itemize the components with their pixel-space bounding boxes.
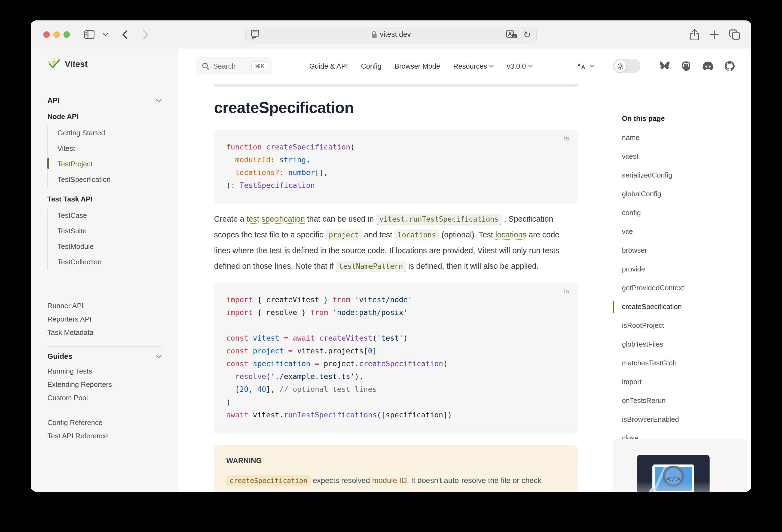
- page-title: createSpecification: [214, 99, 578, 116]
- sidebar-item[interactable]: Reporters API: [47, 313, 178, 326]
- sidebar-item[interactable]: TestSuite: [48, 223, 178, 239]
- sidebar-item[interactable]: Custom Pool: [47, 391, 178, 404]
- sidebar-section-api[interactable]: API: [47, 96, 162, 105]
- toc-item[interactable]: browser: [622, 241, 749, 260]
- back-button[interactable]: [122, 30, 128, 39]
- code-token: ): [226, 398, 230, 406]
- sidebar-item[interactable]: Vitest: [48, 141, 178, 156]
- site-navbar: Search ⌘K Guide & API Config Browser Mod…: [178, 48, 751, 84]
- sidebar-item[interactable]: TestModule: [48, 239, 178, 254]
- navbar-divider: [604, 60, 604, 73]
- bluesky-icon[interactable]: [659, 61, 670, 71]
- text-segment: Create a: [214, 215, 246, 223]
- sponsor-fade-overlay: [613, 439, 748, 492]
- nav-link-resources[interactable]: Resources: [453, 62, 493, 71]
- toc-item[interactable]: matchesTestGlob: [622, 354, 749, 373]
- search-icon: [202, 62, 209, 70]
- toc-item[interactable]: globalConfig: [622, 185, 749, 203]
- sidebar-item[interactable]: TestSpecification: [48, 172, 178, 187]
- chevron-down-icon[interactable]: [156, 355, 162, 358]
- toc-item-active[interactable]: createSpecification: [622, 297, 749, 316]
- sidebar-item[interactable]: TestCase: [48, 208, 178, 223]
- sidebar-item[interactable]: Test API Reference: [47, 429, 178, 443]
- code-token: [284, 347, 288, 355]
- code-token: TestSpecification: [240, 181, 315, 189]
- sidebar-divider: [47, 346, 162, 347]
- address-bar[interactable]: vitest.dev Ax ↻: [245, 27, 537, 42]
- inline-code-link[interactable]: testNamePattern: [336, 261, 406, 272]
- reload-icon[interactable]: ↻: [523, 30, 531, 39]
- toc-item[interactable]: config: [622, 203, 749, 222]
- site-logo[interactable]: Vitest: [47, 56, 178, 72]
- new-tab-icon[interactable]: [710, 30, 719, 39]
- minimize-window-button[interactable]: [54, 31, 60, 38]
- sidebar-group-node-api[interactable]: Node API: [47, 112, 178, 121]
- sidebar-item[interactable]: Task Metadata: [47, 326, 178, 339]
- sidebar-item[interactable]: Getting Started: [48, 125, 178, 141]
- toc-item[interactable]: name: [622, 128, 749, 147]
- sponsor-card[interactable]: </>: [613, 439, 748, 492]
- chevron-down-icon[interactable]: [156, 99, 162, 102]
- code-token: { resolve }: [253, 308, 310, 317]
- inline-link[interactable]: locations: [495, 230, 526, 240]
- toc-item[interactable]: import: [622, 373, 749, 391]
- toc-item[interactable]: vite: [622, 222, 749, 241]
- example-code-block[interactable]: ts import { createVitest } from 'vitest/…: [214, 282, 578, 433]
- toc-item[interactable]: vitest: [622, 147, 749, 166]
- signature-code-block[interactable]: ts function createSpecification( moduleI…: [214, 130, 578, 204]
- inline-code: locations: [394, 229, 439, 240]
- warning-title: WARNING: [226, 457, 566, 465]
- nav-link-guide-api[interactable]: Guide & API: [309, 62, 348, 71]
- code-token: [275, 155, 279, 164]
- sidebar-item[interactable]: TestCollection: [48, 254, 178, 270]
- sidebar-toggle-icon[interactable]: [84, 30, 95, 39]
- close-window-button[interactable]: [43, 31, 50, 38]
- sidebar-group-task-api[interactable]: Test Task API: [47, 195, 178, 203]
- forward-button[interactable]: [143, 30, 148, 39]
- nav-link-label: Resources: [453, 62, 487, 71]
- sidebar-item[interactable]: Running Tests: [47, 364, 178, 378]
- code-content: import { createVitest } from 'vitest/nod…: [226, 293, 566, 421]
- toc-item[interactable]: provide: [622, 260, 749, 279]
- sidebar-section-guides[interactable]: Guides: [47, 352, 162, 361]
- code-token: from: [310, 308, 328, 317]
- inline-link[interactable]: module ID: [372, 476, 407, 485]
- translate-icon[interactable]: Ax: [506, 30, 517, 39]
- docs-sidebar: Vitest API Node API Getting StartedVites…: [31, 48, 178, 492]
- sidebar-chevron-icon[interactable]: [103, 33, 108, 36]
- zoom-window-button[interactable]: [64, 31, 70, 38]
- sidebar-item[interactable]: Config Reference: [47, 416, 178, 429]
- toc-item[interactable]: onTestsRerun: [622, 391, 749, 410]
- toc-item[interactable]: isRootProject: [622, 316, 749, 335]
- toc-item[interactable]: globTestFiles: [622, 335, 749, 354]
- toc-item[interactable]: serializedConfig: [622, 166, 749, 185]
- code-token: 20: [240, 385, 249, 393]
- sidebar-item-active[interactable]: TestProject: [48, 156, 178, 172]
- share-icon[interactable]: [690, 29, 699, 40]
- url-text[interactable]: vitest.dev: [380, 30, 411, 39]
- code-language-label: ts: [564, 287, 569, 295]
- text-segment: . It doesn't auto-resolve the file or ch…: [407, 476, 541, 485]
- discord-icon[interactable]: [702, 62, 714, 71]
- code-token: [279, 334, 284, 342]
- code-line: const project = vitest.projects[0]: [226, 345, 566, 357]
- reader-view-icon[interactable]: [251, 30, 259, 39]
- sidebar-item[interactable]: Runner API: [47, 299, 178, 313]
- inline-link[interactable]: test specification: [246, 215, 305, 224]
- code-token: resolve: [235, 372, 266, 381]
- nav-link-version[interactable]: v3.0.0: [507, 62, 533, 71]
- sidebar-item[interactable]: Extending Reporters: [47, 378, 178, 391]
- inline-code-link[interactable]: vitest.runTestSpecifications: [376, 214, 502, 225]
- search-button[interactable]: Search ⌘K: [196, 57, 272, 75]
- browser-toolbar: vitest.dev Ax ↻: [31, 21, 751, 48]
- theme-toggle[interactable]: [613, 59, 640, 73]
- nav-link-config[interactable]: Config: [361, 62, 382, 71]
- github-icon[interactable]: [724, 61, 735, 71]
- toc-item[interactable]: isBrowserEnabled: [622, 410, 749, 429]
- code-token: number: [288, 168, 315, 177]
- nav-link-browser-mode[interactable]: Browser Mode: [395, 62, 440, 71]
- tab-overview-icon[interactable]: [729, 29, 740, 40]
- toc-item[interactable]: getProvidedContext: [622, 279, 749, 297]
- mastodon-icon[interactable]: [681, 61, 691, 71]
- language-menu[interactable]: ẋA: [577, 61, 594, 71]
